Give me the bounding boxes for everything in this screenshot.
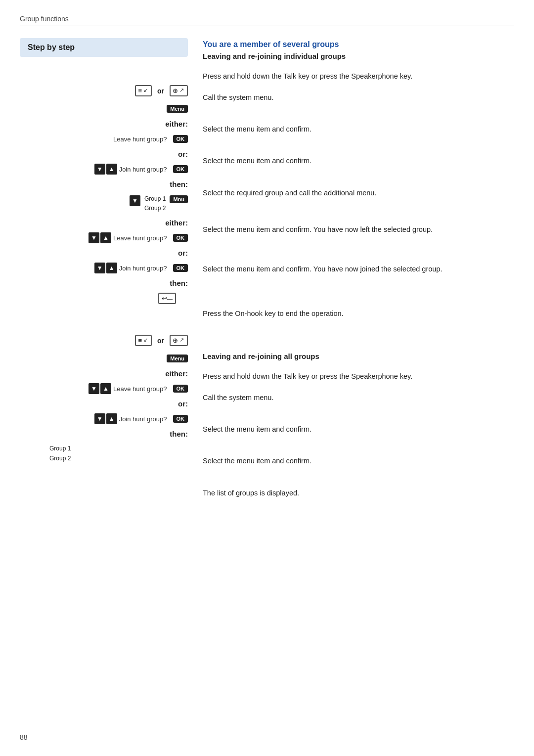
ok-key-leave-3: OK	[173, 385, 188, 393]
section2-heading-black: Leaving and re-joining all groups	[203, 352, 514, 360]
desc-group-1: Select the required group and call the a…	[203, 188, 376, 199]
step-onhook-1: ↩—	[20, 289, 188, 308]
right-row-onhook-1: Press the On-hook key to end the operati…	[203, 302, 514, 326]
step-talk-speaker-2: ≡ ↙ or ⊕ ↗	[20, 331, 188, 350]
right-row-join-1: Select the menu item and confirm.	[203, 152, 514, 170]
ok-key-leave-2: OK	[173, 234, 188, 242]
right-row-join-3: Select the menu item and confirm.	[203, 452, 514, 470]
left-column: Step by step ≡ ↙ or ⊕ ↗ Menu either:	[20, 38, 188, 467]
page-footer: 88	[20, 733, 28, 741]
step-by-step-box: Step by step	[20, 38, 188, 57]
talk-or-speaker-keys-2: ≡ ↙ or ⊕ ↗	[135, 335, 188, 346]
ok-key-leave-1: OK	[173, 135, 188, 143]
desc-leave-3: Select the menu item and confirm.	[203, 424, 312, 435]
step-group-list-1: ▼ Group 1Group 2 Mnu	[20, 190, 188, 217]
desc-leave-1: Select the menu item and confirm.	[203, 124, 312, 135]
step-join-3: ▼ ▲ Join hunt group? OK	[20, 410, 188, 428]
arrow-up-1: ▲	[106, 164, 117, 175]
arrow-down-3: ▼	[89, 383, 99, 394]
right-row-group-2: The list of groups is displayed.	[203, 484, 514, 509]
step-menu-1: Menu	[20, 100, 188, 118]
right-row-leave-1: Select the menu item and confirm.	[203, 121, 514, 138]
right-column: You are a member of several groups Leavi…	[188, 38, 514, 509]
group-list-display-2: Group 1Group 2	[49, 444, 71, 463]
ok-key-join-1: OK	[173, 165, 188, 173]
step-join-1: ▼ ▲ Join hunt group? OK	[20, 160, 188, 178]
nav-arrows-group-1: ▼	[130, 195, 140, 206]
right-row-then-1	[203, 170, 514, 184]
ok-key-join-2: OK	[173, 264, 188, 272]
keyword-or-1: or:	[20, 148, 188, 160]
leave-hunt-label-3: Leave hunt group?	[113, 385, 167, 393]
right-row-either-2	[203, 209, 514, 222]
menu-key-1: Menu	[167, 105, 188, 113]
desc-talk-1: Press and hold down the Talk key or pres…	[203, 71, 412, 82]
right-row-leave-2: Select the menu item and confirm. You ha…	[203, 222, 514, 248]
group-list-display-1: Group 1Group 2	[144, 194, 166, 213]
page-header: Group functions	[20, 15, 514, 26]
join-hunt-label-2: Join hunt group?	[119, 265, 167, 272]
keyword-then-1: then:	[20, 178, 188, 190]
arrow-down-join-2: ▼	[94, 263, 105, 273]
section1-heading-blue: You are a member of several groups	[203, 40, 514, 49]
arrow-down-2: ▼	[89, 232, 99, 243]
right-row-either-1	[203, 107, 514, 121]
join-hunt-label-3: Join hunt group?	[119, 415, 167, 423]
arrow-up-join-3: ▲	[106, 413, 117, 424]
onhook-key-icon-1: ↩—	[158, 293, 176, 304]
arrow-up-join-2: ▲	[106, 263, 117, 273]
or-text-2: or	[157, 337, 164, 345]
right-row-talk-2: Press and hold down the Talk key or pres…	[203, 364, 514, 389]
right-row-talk-1: Press and hold down the Talk key or pres…	[203, 64, 514, 89]
ok-key-join-3: OK	[173, 415, 188, 423]
speaker-key-icon-2: ⊕ ↗	[170, 335, 188, 346]
desc-join-2: Select the menu item and confirm. You ha…	[203, 264, 442, 275]
page-number: 88	[20, 733, 28, 741]
nav-arrows-leave-2: ▼ ▲	[89, 232, 111, 243]
talk-key-icon-1: ≡ ↙	[135, 85, 152, 96]
right-row-menu-2: Call the system menu.	[203, 389, 514, 407]
arrow-down-join-3: ▼	[94, 413, 105, 424]
right-row-or-1	[203, 138, 514, 152]
keyword-either-1: either:	[20, 118, 188, 130]
step-join-2: ▼ ▲ Join hunt group? OK	[20, 259, 188, 277]
right-row-then-2	[203, 288, 514, 302]
arrow-down-group-1: ▼	[130, 195, 140, 206]
nav-arrows-leave-3: ▼ ▲	[89, 383, 111, 394]
right-row-then-3	[203, 470, 514, 484]
speaker-key-icon-1: ⊕ ↗	[170, 85, 188, 96]
right-row-leave-3: Select the menu item and confirm.	[203, 421, 514, 439]
right-row-or-3	[203, 439, 514, 452]
desc-join-3: Select the menu item and confirm.	[203, 456, 312, 467]
or-text-1: or	[157, 87, 164, 95]
arrow-up-3: ▲	[100, 383, 111, 394]
desc-group-2: The list of groups is displayed.	[203, 488, 299, 499]
mnu-key-1: Mnu	[170, 195, 188, 203]
keyword-or-3: or:	[20, 398, 188, 410]
right-row-menu-1: Call the system menu.	[203, 89, 514, 107]
step-talk-speaker-1: ≡ ↙ or ⊕ ↗	[20, 82, 188, 100]
menu-key-2: Menu	[167, 355, 188, 362]
talk-key-icon-2: ≡ ↙	[135, 335, 152, 346]
talk-or-speaker-keys-1: ≡ ↙ or ⊕ ↗	[135, 85, 188, 96]
header-label: Group functions	[20, 15, 69, 23]
keyword-then-2: then:	[20, 277, 188, 289]
desc-join-1: Select the menu item and confirm.	[203, 156, 312, 167]
right-row-join-2: Select the menu item and confirm. You ha…	[203, 262, 514, 288]
desc-menu-2: Call the system menu.	[203, 393, 273, 403]
step-menu-2: Menu	[20, 350, 188, 367]
keyword-then-3: then:	[20, 428, 188, 440]
arrow-down-1: ▼	[94, 164, 105, 175]
keyword-either-3: either:	[20, 367, 188, 380]
right-row-or-2	[203, 248, 514, 262]
leave-hunt-label-1: Leave hunt group?	[113, 135, 167, 143]
nav-arrows-join-1: ▼ ▲	[94, 164, 117, 175]
nav-arrows-join-2: ▼ ▲	[94, 263, 117, 273]
desc-talk-2: Press and hold down the Talk key or pres…	[203, 371, 412, 382]
step-leave-1: Leave hunt group? OK	[20, 130, 188, 148]
keyword-either-2: either:	[20, 217, 188, 229]
arrow-up-2: ▲	[100, 232, 111, 243]
desc-leave-2: Select the menu item and confirm. You ha…	[203, 224, 433, 235]
step-leave-3: ▼ ▲ Leave hunt group? OK	[20, 380, 188, 398]
section1-heading-black: Leaving and re-joining individual groups	[203, 52, 514, 60]
